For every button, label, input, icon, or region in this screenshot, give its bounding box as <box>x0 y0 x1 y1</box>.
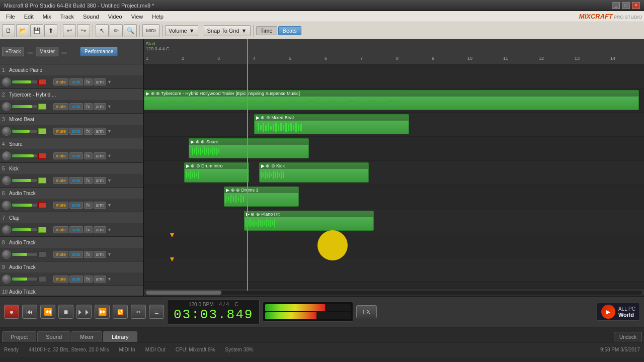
track-8-arm[interactable]: arm <box>94 251 107 258</box>
pencil-button[interactable]: ✏ <box>110 24 123 37</box>
track-2-solo[interactable]: solo <box>69 103 83 110</box>
track-7-fx[interactable]: fx <box>84 226 93 233</box>
snap-dropdown[interactable]: Snap To Grid ▼ <box>204 25 251 36</box>
minimize-button[interactable]: _ <box>612 2 620 9</box>
track-2-knob[interactable] <box>2 102 11 111</box>
arrange-track-8[interactable] <box>144 233 644 257</box>
menu-help[interactable]: Help <box>148 13 168 21</box>
maximize-button[interactable]: □ <box>622 2 630 9</box>
track-9-volume[interactable] <box>12 278 37 281</box>
record-button[interactable]: ● <box>4 305 19 319</box>
punch-button[interactable]: ✂ <box>131 305 146 319</box>
track-6-expand[interactable]: ▼ <box>107 203 112 208</box>
fx-button[interactable]: FX <box>356 305 376 318</box>
midi-button[interactable]: MIDI <box>142 24 159 37</box>
track-5-expand[interactable]: ▼ <box>107 178 112 183</box>
track-8-knob[interactable] <box>2 250 11 259</box>
playhead[interactable] <box>247 39 248 291</box>
hscroll-thumb[interactable] <box>146 291 221 295</box>
track-4-knob[interactable] <box>2 151 11 160</box>
track-4-mute[interactable]: mute <box>53 152 68 159</box>
arrange-track-4[interactable]: ▶ ⊕ ⊕ Snare <box>144 137 644 161</box>
volume-dropdown[interactable]: Volume ▼ <box>165 25 198 36</box>
track-9-knob[interactable] <box>2 275 11 284</box>
track-1-expand[interactable]: ▼ <box>107 79 112 84</box>
cursor-button[interactable]: ↖ <box>96 24 109 37</box>
tab-sound[interactable]: Sound <box>37 331 70 342</box>
track-8-solo[interactable]: solo <box>69 251 83 258</box>
menu-view[interactable]: View <box>127 13 147 21</box>
clip-kick[interactable]: ▶ ⊕ ⊕ Kick <box>259 162 369 183</box>
time-button[interactable]: Time <box>256 26 277 35</box>
export-button[interactable]: ⬆ <box>44 24 57 37</box>
menu-mix[interactable]: Mix <box>39 13 55 21</box>
track-4-volume[interactable] <box>12 154 37 157</box>
arrange-track-9[interactable] <box>144 257 644 282</box>
track-6-solo[interactable]: solo <box>69 202 83 209</box>
menu-video[interactable]: Video <box>104 13 126 21</box>
arrange-track-6[interactable]: ▶ ⊕ ⊕ Drums 1 <box>144 185 644 209</box>
menu-track[interactable]: Track <box>56 13 78 21</box>
track-1-fx[interactable]: fx <box>84 78 93 85</box>
clip-drum-intro[interactable]: ▶ ⊕ ⊕ Drum Intro <box>184 162 249 183</box>
track-5-fx[interactable]: fx <box>84 177 93 184</box>
track-5-arm[interactable]: arm <box>94 177 107 184</box>
track-8-expand[interactable]: ▼ <box>107 252 112 257</box>
fast-forward-button[interactable]: ⏩ <box>95 305 110 319</box>
track-2-expand[interactable]: ▼ <box>107 104 112 109</box>
clip-mixed-beat[interactable]: ▶ ⊕ ⊕ Mixed Beat <box>254 114 409 134</box>
save-button[interactable]: 💾 <box>30 24 43 37</box>
track-6-knob[interactable] <box>2 201 11 210</box>
open-button[interactable]: 📂 <box>16 24 29 37</box>
track-1-knob[interactable] <box>2 77 11 86</box>
performance-button[interactable]: Performance <box>80 47 118 56</box>
clip-snare[interactable]: ▶ ⊕ ⊕ Snare <box>189 138 309 158</box>
track-7-knob[interactable] <box>2 225 11 234</box>
clip-tybercore[interactable]: ▶ ⊕ ⊕ Tybercore - Hybrid Hollywood Trail… <box>144 90 639 110</box>
track-9-solo[interactable]: solo <box>69 276 83 283</box>
hscrollbar[interactable] <box>144 289 644 296</box>
tab-project[interactable]: Project <box>2 331 36 342</box>
track-4-expand[interactable]: ▼ <box>107 153 112 158</box>
track-3-expand[interactable]: ▼ <box>107 129 112 134</box>
menu-edit[interactable]: Edit <box>20 13 38 21</box>
track-3-knob[interactable] <box>2 127 11 136</box>
track-5-volume[interactable] <box>12 179 37 182</box>
arrange-track-3[interactable]: ▶ ⊕ ⊕ Mixed Beat <box>144 113 644 137</box>
track-1-arm[interactable]: arm <box>94 78 107 85</box>
track-1-mute[interactable]: mute <box>53 78 68 85</box>
mix-button[interactable]: ⚌ <box>149 305 164 319</box>
track-9-mute[interactable]: mute <box>53 276 68 283</box>
track-8-mute[interactable]: mute <box>53 251 68 258</box>
arrange-track-2[interactable]: ▶ ⊕ ⊕ Tybercore - Hybrid Hollywood Trail… <box>144 88 644 113</box>
track-5-mute[interactable]: mute <box>53 177 68 184</box>
track-6-volume[interactable] <box>12 204 37 207</box>
master-button[interactable]: Master <box>36 47 58 56</box>
arrange-track-1[interactable] <box>144 64 644 88</box>
menu-sound[interactable]: Sound <box>79 13 103 21</box>
track-5-solo[interactable]: solo <box>69 177 83 184</box>
tab-library[interactable]: Library <box>103 331 137 342</box>
arrange-track-5[interactable]: ▶ ⊕ ⊕ Drum Intro <box>144 161 644 185</box>
add-track-button[interactable]: +Track <box>2 47 24 56</box>
menu-file[interactable]: File <box>2 13 19 21</box>
track-3-mute[interactable]: mute <box>53 128 68 135</box>
search-button[interactable]: 🔍 <box>124 24 137 37</box>
redo-button[interactable]: ↪ <box>77 24 90 37</box>
rewind-to-start-button[interactable]: ⏮ <box>22 305 37 319</box>
clip-piano-hit[interactable]: ▶ ⊕ ⊕ Piano Hit <box>244 211 374 231</box>
track-2-volume[interactable] <box>12 105 37 108</box>
tab-mixer[interactable]: Mixer <box>71 331 102 342</box>
clip-drums1[interactable]: ▶ ⊕ ⊕ Drums 1 <box>224 187 299 207</box>
track-8-fx[interactable]: fx <box>84 251 93 258</box>
track-9-fx[interactable]: fx <box>84 276 93 283</box>
track-3-fx[interactable]: fx <box>84 128 93 135</box>
track-7-arm[interactable]: arm <box>94 226 107 233</box>
track-6-arm[interactable]: arm <box>94 202 107 209</box>
track-6-mute[interactable]: mute <box>53 202 68 209</box>
track-2-fx[interactable]: fx <box>84 103 93 110</box>
undo-button[interactable]: ↩ <box>63 24 76 37</box>
loop-button[interactable]: 🔁 <box>113 305 128 319</box>
track-3-volume[interactable] <box>12 130 37 133</box>
new-button[interactable]: 🗋 <box>2 24 15 37</box>
